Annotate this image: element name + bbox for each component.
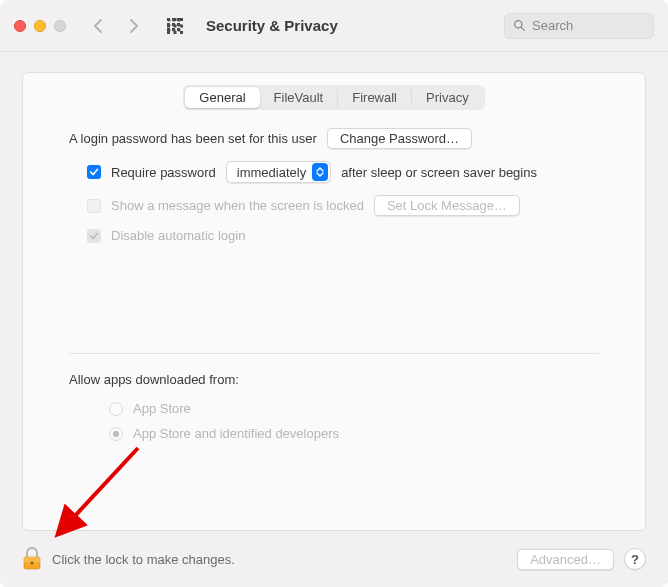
change-password-button[interactable]: Change Password…	[327, 128, 472, 149]
chevron-left-icon	[92, 18, 104, 34]
app-store-option-row: App Store	[109, 401, 599, 416]
footer: Click the lock to make changes. Advanced…	[0, 531, 668, 587]
disable-auto-login-row: Disable automatic login	[87, 228, 599, 243]
divider	[69, 353, 599, 354]
select-stepper-icon	[312, 163, 328, 181]
tab-general[interactable]: General	[185, 87, 259, 108]
tab-bar: General FileVault Firewall Privacy	[23, 85, 645, 110]
show-message-label: Show a message when the screen is locked	[111, 198, 364, 213]
back-button[interactable]	[84, 14, 112, 38]
tab-filevault[interactable]: FileVault	[260, 87, 339, 108]
checkmark-icon	[89, 231, 99, 241]
identified-devs-label: App Store and identified developers	[133, 426, 339, 441]
identified-devs-radio	[109, 427, 123, 441]
checkmark-icon	[89, 167, 99, 177]
settings-panel: General FileVault Firewall Privacy A log…	[22, 72, 646, 531]
traffic-lights	[14, 20, 66, 32]
lock-icon	[22, 547, 42, 571]
svg-rect-29	[167, 31, 170, 34]
content-area: General FileVault Firewall Privacy A log…	[0, 52, 668, 531]
svg-rect-23	[167, 18, 170, 21]
close-window-button[interactable]	[14, 20, 26, 32]
disable-auto-login-label: Disable automatic login	[111, 228, 245, 243]
tab-privacy[interactable]: Privacy	[412, 87, 483, 108]
show-all-button[interactable]	[162, 14, 188, 38]
preference-window: Security & Privacy Search General FileVa…	[0, 0, 668, 587]
search-field[interactable]: Search	[504, 13, 654, 39]
advanced-button: Advanced…	[517, 549, 614, 570]
app-store-radio	[109, 402, 123, 416]
minimize-window-button[interactable]	[34, 20, 46, 32]
require-password-label-pre: Require password	[111, 165, 216, 180]
svg-line-33	[521, 27, 524, 30]
require-password-label-post: after sleep or screen saver begins	[341, 165, 537, 180]
general-settings: A login password has been set for this u…	[23, 128, 645, 441]
grid-icon	[167, 18, 183, 34]
toolbar: Security & Privacy Search	[0, 0, 668, 52]
require-password-row: Require password immediately after sleep…	[87, 161, 599, 183]
lock-text: Click the lock to make changes.	[52, 552, 235, 567]
svg-rect-31	[180, 31, 183, 34]
svg-rect-24	[174, 18, 177, 21]
identified-devs-option-row: App Store and identified developers	[109, 426, 599, 441]
require-password-checkbox[interactable]	[87, 165, 101, 179]
login-password-label: A login password has been set for this u…	[69, 131, 317, 146]
svg-rect-28	[180, 24, 183, 27]
login-password-row: A login password has been set for this u…	[69, 128, 599, 149]
show-message-row: Show a message when the screen is locked…	[87, 195, 599, 216]
zoom-window-button	[54, 20, 66, 32]
svg-rect-27	[174, 24, 177, 27]
tab-firewall[interactable]: Firewall	[338, 87, 412, 108]
disable-auto-login-checkbox	[87, 229, 101, 243]
tab-group: General FileVault Firewall Privacy	[183, 85, 484, 110]
svg-point-36	[31, 562, 34, 565]
app-store-label: App Store	[133, 401, 191, 416]
forward-button	[120, 14, 148, 38]
set-lock-message-button: Set Lock Message…	[374, 195, 520, 216]
show-message-checkbox	[87, 199, 101, 213]
lock-button[interactable]: Click the lock to make changes.	[22, 547, 235, 571]
chevron-right-icon	[128, 18, 140, 34]
svg-rect-26	[167, 24, 170, 27]
search-placeholder: Search	[532, 18, 573, 33]
window-title: Security & Privacy	[206, 17, 338, 34]
svg-rect-30	[174, 31, 177, 34]
help-button[interactable]: ?	[624, 548, 646, 570]
allow-apps-label: Allow apps downloaded from:	[69, 372, 599, 387]
require-delay-value: immediately	[237, 165, 306, 180]
search-icon	[513, 19, 526, 32]
require-delay-select[interactable]: immediately	[226, 161, 331, 183]
allow-apps-options: App Store App Store and identified devel…	[109, 401, 599, 441]
svg-rect-25	[180, 18, 183, 21]
